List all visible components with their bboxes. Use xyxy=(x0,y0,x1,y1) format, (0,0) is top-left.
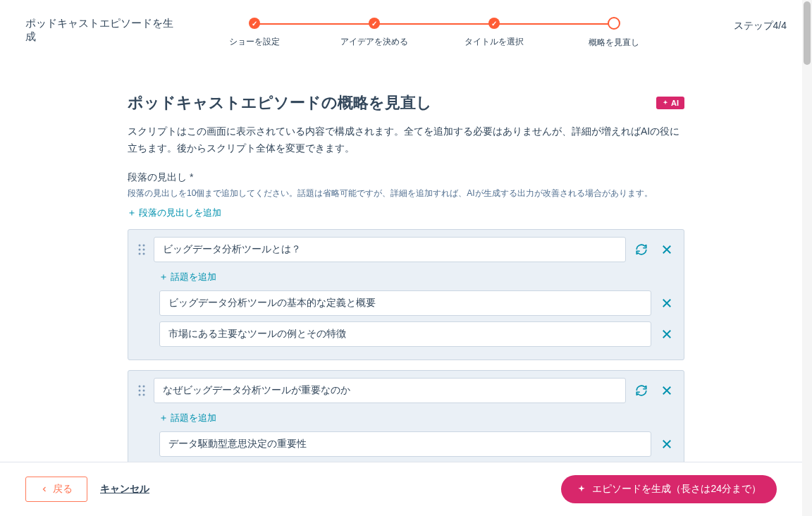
sparkle-icon xyxy=(577,484,586,494)
svg-point-3 xyxy=(143,248,145,250)
step-2: ✓ アイデアを決める xyxy=(314,18,434,48)
plus-icon xyxy=(159,273,168,281)
topic-row xyxy=(159,290,677,316)
section-card: 話題を追加 xyxy=(128,229,684,360)
svg-point-1 xyxy=(143,244,145,246)
add-topic-button[interactable]: 話題を追加 xyxy=(159,412,216,424)
header-title: ポッドキャストエピソードを生成 xyxy=(25,17,180,44)
add-heading-button[interactable]: 段落の見出しを追加 xyxy=(128,207,221,219)
step-circle-done: ✓ xyxy=(369,18,380,29)
back-label: 戻る xyxy=(53,483,73,496)
close-icon xyxy=(660,438,673,450)
footer: 戻る キャンセル エピソードを生成（長さは24分まで） xyxy=(0,462,802,516)
refresh-icon xyxy=(635,384,648,397)
check-icon: ✓ xyxy=(252,20,257,27)
plus-icon xyxy=(128,209,136,217)
topic-input[interactable] xyxy=(159,321,651,347)
svg-point-10 xyxy=(139,393,141,395)
add-topic-label: 話題を追加 xyxy=(171,271,216,283)
generate-button[interactable]: エピソードを生成（長さは24分まで） xyxy=(561,475,777,503)
check-icon: ✓ xyxy=(371,20,377,27)
svg-point-4 xyxy=(139,252,141,254)
topic-row xyxy=(159,321,677,347)
step-1: ✓ ショーを設定 xyxy=(195,18,314,48)
heading-input[interactable] xyxy=(154,378,626,403)
add-topic-label: 話題を追加 xyxy=(171,412,216,424)
step-3: ✓ タイトルを選択 xyxy=(434,18,554,48)
step-label: タイトルを選択 xyxy=(465,36,524,48)
add-topic-button[interactable]: 話題を追加 xyxy=(159,271,216,283)
step-4: 概略を見直し xyxy=(554,17,674,49)
close-icon xyxy=(660,243,673,256)
scrollbar-thumb[interactable] xyxy=(804,1,811,65)
scrollbar-track xyxy=(802,0,812,516)
step-circle-current xyxy=(608,17,620,30)
ai-badge-text: AI xyxy=(671,99,679,107)
close-icon xyxy=(660,297,673,309)
generate-label: エピソードを生成（長さは24分まで） xyxy=(592,483,761,496)
chevron-left-icon xyxy=(40,485,49,493)
delete-heading-button[interactable] xyxy=(657,240,677,259)
topic-row xyxy=(159,431,677,457)
main-content: ポッドキャストエピソードの概略を見直し AI スクリプトはこの画面に表示されてい… xyxy=(128,57,684,516)
close-icon xyxy=(660,384,673,397)
svg-point-8 xyxy=(139,389,141,391)
svg-point-0 xyxy=(139,244,141,246)
topic-input[interactable] xyxy=(159,431,651,457)
delete-topic-button[interactable] xyxy=(657,293,677,313)
step-circle-done: ✓ xyxy=(488,18,500,29)
svg-point-2 xyxy=(139,248,141,250)
section-help: 段落の見出しを10個まで追加してください。話題は省略可能ですが、詳細を追加すれば… xyxy=(128,187,684,199)
step-line xyxy=(374,23,494,25)
add-heading-label: 段落の見出しを追加 xyxy=(139,207,221,219)
step-line xyxy=(254,23,374,25)
svg-point-11 xyxy=(143,393,145,395)
delete-heading-button[interactable] xyxy=(657,381,677,400)
topic-input[interactable] xyxy=(159,290,651,316)
refresh-icon xyxy=(635,243,648,256)
step-label: ショーを設定 xyxy=(229,36,280,48)
step-label: 概略を見直し xyxy=(589,37,639,49)
heading-input[interactable] xyxy=(154,237,626,262)
back-button[interactable]: 戻る xyxy=(25,477,87,502)
svg-point-6 xyxy=(139,385,141,387)
page-title: ポッドキャストエピソードの概略を見直し xyxy=(128,92,432,113)
delete-topic-button[interactable] xyxy=(657,324,677,344)
regenerate-button[interactable] xyxy=(632,381,651,400)
step-label: アイデアを決める xyxy=(340,36,408,48)
regenerate-button[interactable] xyxy=(632,240,651,259)
close-icon xyxy=(660,328,673,340)
description: スクリプトはこの画面に表示されている内容で構成されます。全てを追加する必要はあり… xyxy=(128,123,684,157)
sparkle-icon xyxy=(662,99,669,106)
plus-icon xyxy=(159,414,168,422)
section-label: 段落の見出し * xyxy=(128,171,684,184)
stepper: ✓ ショーを設定 ✓ アイデアを決める ✓ タイトルを選択 概略を見直し xyxy=(195,17,674,49)
header: ポッドキャストエピソードを生成 ✓ ショーを設定 ✓ アイデアを決める ✓ タイ… xyxy=(0,0,812,57)
drag-handle-icon[interactable] xyxy=(135,244,148,255)
check-icon: ✓ xyxy=(491,20,497,27)
step-circle-done: ✓ xyxy=(249,18,260,29)
delete-topic-button[interactable] xyxy=(657,434,677,454)
cancel-button[interactable]: キャンセル xyxy=(100,483,149,496)
step-line xyxy=(494,23,614,25)
ai-badge: AI xyxy=(656,97,684,109)
drag-handle-icon[interactable] xyxy=(135,385,148,396)
svg-point-7 xyxy=(143,385,145,387)
svg-point-5 xyxy=(143,252,145,254)
svg-point-9 xyxy=(143,389,145,391)
step-counter: ステップ4/4 xyxy=(734,17,787,32)
